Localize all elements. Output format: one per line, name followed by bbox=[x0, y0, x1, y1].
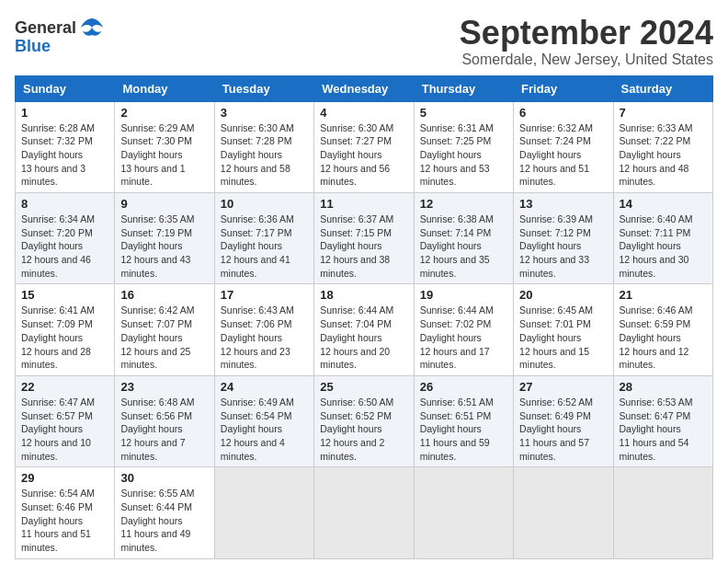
weekday-header-saturday: Saturday bbox=[613, 75, 712, 101]
calendar-cell: 15 Sunrise: 6:41 AM Sunset: 7:09 PM Dayl… bbox=[16, 284, 115, 375]
weekday-header-thursday: Thursday bbox=[414, 75, 513, 101]
calendar-cell: 23 Sunrise: 6:48 AM Sunset: 6:56 PM Dayl… bbox=[115, 375, 214, 466]
day-number: 1 bbox=[21, 106, 108, 120]
day-detail: Sunrise: 6:44 AM Sunset: 7:04 PM Dayligh… bbox=[320, 304, 407, 371]
day-detail: Sunrise: 6:39 AM Sunset: 7:12 PM Dayligh… bbox=[519, 213, 607, 280]
day-detail: Sunrise: 6:44 AM Sunset: 7:02 PM Dayligh… bbox=[420, 304, 507, 371]
calendar-cell: 10 Sunrise: 6:36 AM Sunset: 7:17 PM Dayl… bbox=[214, 193, 313, 284]
calendar-table: SundayMondayTuesdayWednesdayThursdayFrid… bbox=[15, 75, 713, 559]
page-header: General Blue September 2024 Somerdale, N… bbox=[15, 15, 713, 68]
day-number: 21 bbox=[620, 288, 707, 302]
day-detail: Sunrise: 6:46 AM Sunset: 6:59 PM Dayligh… bbox=[620, 304, 707, 371]
day-detail: Sunrise: 6:32 AM Sunset: 7:24 PM Dayligh… bbox=[519, 121, 607, 189]
day-detail: Sunrise: 6:45 AM Sunset: 7:01 PM Dayligh… bbox=[519, 304, 607, 371]
day-number: 20 bbox=[519, 288, 607, 302]
calendar-cell: 12 Sunrise: 6:38 AM Sunset: 7:14 PM Dayl… bbox=[414, 193, 513, 284]
day-detail: Sunrise: 6:36 AM Sunset: 7:17 PM Dayligh… bbox=[221, 213, 308, 280]
title-area: September 2024 Somerdale, New Jersey, Un… bbox=[460, 15, 713, 68]
day-detail: Sunrise: 6:30 AM Sunset: 7:27 PM Dayligh… bbox=[320, 121, 407, 189]
weekday-header-tuesday: Tuesday bbox=[214, 75, 313, 101]
calendar-cell: 8 Sunrise: 6:34 AM Sunset: 7:20 PM Dayli… bbox=[16, 193, 115, 284]
calendar-cell: 4 Sunrise: 6:30 AM Sunset: 7:27 PM Dayli… bbox=[314, 101, 414, 192]
day-detail: Sunrise: 6:49 AM Sunset: 6:54 PM Dayligh… bbox=[221, 396, 308, 463]
day-number: 28 bbox=[620, 380, 707, 394]
calendar-cell bbox=[214, 467, 313, 558]
calendar-cell: 26 Sunrise: 6:51 AM Sunset: 6:51 PM Dayl… bbox=[414, 375, 513, 466]
day-number: 7 bbox=[620, 106, 707, 120]
calendar-cell: 22 Sunrise: 6:47 AM Sunset: 6:57 PM Dayl… bbox=[16, 375, 115, 466]
day-detail: Sunrise: 6:55 AM Sunset: 6:44 PM Dayligh… bbox=[120, 487, 208, 554]
day-number: 15 bbox=[21, 288, 108, 302]
day-detail: Sunrise: 6:34 AM Sunset: 7:20 PM Dayligh… bbox=[21, 213, 108, 280]
calendar-cell: 5 Sunrise: 6:31 AM Sunset: 7:25 PM Dayli… bbox=[414, 101, 513, 192]
day-detail: Sunrise: 6:31 AM Sunset: 7:25 PM Dayligh… bbox=[420, 121, 507, 189]
calendar-cell: 7 Sunrise: 6:33 AM Sunset: 7:22 PM Dayli… bbox=[613, 101, 712, 192]
day-detail: Sunrise: 6:41 AM Sunset: 7:09 PM Dayligh… bbox=[21, 304, 108, 371]
calendar-week-row: 29 Sunrise: 6:54 AM Sunset: 6:46 PM Dayl… bbox=[16, 467, 713, 558]
day-number: 25 bbox=[320, 380, 407, 394]
day-number: 17 bbox=[221, 288, 308, 302]
day-detail: Sunrise: 6:54 AM Sunset: 6:46 PM Dayligh… bbox=[21, 487, 108, 554]
calendar-cell: 19 Sunrise: 6:44 AM Sunset: 7:02 PM Dayl… bbox=[414, 284, 513, 375]
day-number: 5 bbox=[420, 106, 507, 120]
day-detail: Sunrise: 6:48 AM Sunset: 6:56 PM Dayligh… bbox=[120, 396, 208, 463]
day-detail: Sunrise: 6:53 AM Sunset: 6:47 PM Dayligh… bbox=[620, 396, 707, 463]
day-number: 19 bbox=[420, 288, 507, 302]
calendar-cell bbox=[314, 467, 414, 558]
calendar-cell: 6 Sunrise: 6:32 AM Sunset: 7:24 PM Dayli… bbox=[514, 101, 613, 192]
day-number: 11 bbox=[320, 197, 407, 211]
logo-bird-icon bbox=[79, 15, 105, 40]
calendar-cell: 28 Sunrise: 6:53 AM Sunset: 6:47 PM Dayl… bbox=[613, 375, 712, 466]
day-detail: Sunrise: 6:28 AM Sunset: 7:32 PM Dayligh… bbox=[21, 121, 108, 189]
calendar-cell: 13 Sunrise: 6:39 AM Sunset: 7:12 PM Dayl… bbox=[514, 193, 613, 284]
calendar-cell: 29 Sunrise: 6:54 AM Sunset: 6:46 PM Dayl… bbox=[16, 467, 115, 558]
day-number: 9 bbox=[120, 197, 208, 211]
calendar-cell: 27 Sunrise: 6:52 AM Sunset: 6:49 PM Dayl… bbox=[514, 375, 613, 466]
weekday-header-wednesday: Wednesday bbox=[314, 75, 414, 101]
weekday-header-sunday: Sunday bbox=[16, 75, 115, 101]
calendar-cell: 20 Sunrise: 6:45 AM Sunset: 7:01 PM Dayl… bbox=[514, 284, 613, 375]
day-detail: Sunrise: 6:33 AM Sunset: 7:22 PM Dayligh… bbox=[620, 121, 707, 189]
calendar-cell: 18 Sunrise: 6:44 AM Sunset: 7:04 PM Dayl… bbox=[314, 284, 414, 375]
day-number: 24 bbox=[221, 380, 308, 394]
day-detail: Sunrise: 6:50 AM Sunset: 6:52 PM Dayligh… bbox=[320, 396, 407, 463]
day-number: 23 bbox=[120, 380, 208, 394]
day-detail: Sunrise: 6:35 AM Sunset: 7:19 PM Dayligh… bbox=[120, 213, 208, 280]
day-detail: Sunrise: 6:52 AM Sunset: 6:49 PM Dayligh… bbox=[519, 396, 607, 463]
day-number: 3 bbox=[221, 106, 308, 120]
day-number: 22 bbox=[21, 380, 108, 394]
day-number: 6 bbox=[519, 106, 607, 120]
day-detail: Sunrise: 6:38 AM Sunset: 7:14 PM Dayligh… bbox=[420, 213, 507, 280]
calendar-cell bbox=[514, 467, 613, 558]
day-number: 4 bbox=[320, 106, 407, 120]
day-detail: Sunrise: 6:40 AM Sunset: 7:11 PM Dayligh… bbox=[620, 213, 707, 280]
day-detail: Sunrise: 6:37 AM Sunset: 7:15 PM Dayligh… bbox=[320, 213, 407, 280]
calendar-cell: 17 Sunrise: 6:43 AM Sunset: 7:06 PM Dayl… bbox=[214, 284, 313, 375]
day-number: 2 bbox=[120, 106, 208, 120]
day-detail: Sunrise: 6:51 AM Sunset: 6:51 PM Dayligh… bbox=[420, 396, 507, 463]
day-number: 16 bbox=[120, 288, 208, 302]
day-detail: Sunrise: 6:30 AM Sunset: 7:28 PM Dayligh… bbox=[221, 121, 308, 189]
calendar-cell: 2 Sunrise: 6:29 AM Sunset: 7:30 PM Dayli… bbox=[115, 101, 214, 192]
weekday-header-monday: Monday bbox=[115, 75, 214, 101]
day-number: 29 bbox=[21, 471, 108, 485]
calendar-week-row: 1 Sunrise: 6:28 AM Sunset: 7:32 PM Dayli… bbox=[16, 101, 713, 192]
calendar-cell: 25 Sunrise: 6:50 AM Sunset: 6:52 PM Dayl… bbox=[314, 375, 414, 466]
calendar-cell: 30 Sunrise: 6:55 AM Sunset: 6:44 PM Dayl… bbox=[115, 467, 214, 558]
day-number: 8 bbox=[21, 197, 108, 211]
calendar-week-row: 8 Sunrise: 6:34 AM Sunset: 7:20 PM Dayli… bbox=[16, 193, 713, 284]
calendar-cell: 9 Sunrise: 6:35 AM Sunset: 7:19 PM Dayli… bbox=[115, 193, 214, 284]
month-title: September 2024 bbox=[460, 15, 713, 52]
calendar-cell: 16 Sunrise: 6:42 AM Sunset: 7:07 PM Dayl… bbox=[115, 284, 214, 375]
calendar-cell bbox=[613, 467, 712, 558]
calendar-cell bbox=[414, 467, 513, 558]
day-number: 13 bbox=[519, 197, 607, 211]
calendar-week-row: 15 Sunrise: 6:41 AM Sunset: 7:09 PM Dayl… bbox=[16, 284, 713, 375]
day-number: 14 bbox=[620, 197, 707, 211]
calendar-cell: 11 Sunrise: 6:37 AM Sunset: 7:15 PM Dayl… bbox=[314, 193, 414, 284]
day-detail: Sunrise: 6:47 AM Sunset: 6:57 PM Dayligh… bbox=[21, 396, 108, 463]
day-number: 18 bbox=[320, 288, 407, 302]
day-number: 27 bbox=[519, 380, 607, 394]
logo-text-general: General bbox=[15, 18, 76, 38]
day-detail: Sunrise: 6:42 AM Sunset: 7:07 PM Dayligh… bbox=[120, 304, 208, 371]
